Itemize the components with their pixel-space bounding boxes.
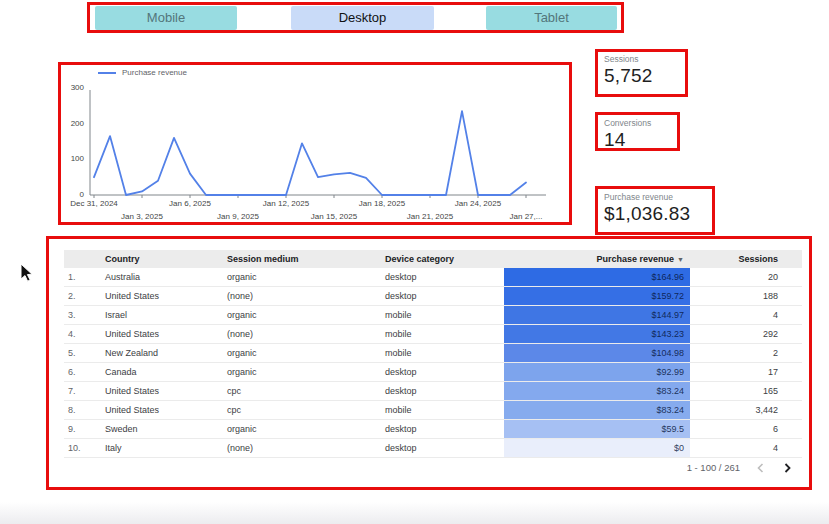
row-index: 10. [68, 439, 94, 457]
col-header-session-medium[interactable]: Session medium [227, 250, 299, 268]
cell-purchase-revenue: $0 [504, 439, 690, 457]
legend-label: Purchase revenue [122, 68, 187, 77]
cell-country: Australia [105, 268, 140, 286]
x-axis-label: Jan 27,... [481, 212, 571, 221]
x-axis-label: Jan 6, 2025 [145, 199, 235, 208]
cell-purchase-revenue: $143.23 [504, 325, 690, 343]
x-axis-label: Jan 15, 2025 [289, 212, 379, 221]
chart-legend: Purchase revenue [98, 68, 187, 77]
cell-sessions: 165 [763, 382, 778, 400]
cell-device-category: mobile [385, 306, 412, 324]
scorecard-value: $1,036.83 [604, 203, 690, 225]
col-header-country[interactable]: Country [105, 250, 140, 268]
mouse-cursor-icon [20, 263, 34, 283]
col-header-purchase-revenue[interactable]: Purchase revenue▼ [504, 250, 684, 269]
pagination-prev-icon[interactable] [754, 461, 768, 475]
cell-purchase-revenue: $144.97 [504, 306, 690, 324]
x-axis-label: Dec 31, 2024 [49, 199, 139, 208]
scorecard-purchase-revenue: Purchase revenue $1,036.83 [604, 192, 690, 225]
scorecard-sessions: Sessions 5,752 [604, 54, 653, 87]
cell-session-medium: (none) [227, 287, 253, 305]
table-row[interactable]: 7. United States cpc desktop $83.24 165 [64, 382, 802, 401]
cell-country: Sweden [105, 420, 138, 438]
table-header-row: Country Session medium Device category P… [64, 250, 802, 268]
line-plot[interactable] [86, 88, 556, 203]
table-row[interactable]: 9. Sweden organic desktop $59.5 6 [64, 420, 802, 439]
y-axis-label: 200 [58, 119, 84, 128]
table-row[interactable]: 4. United States (none) mobile $143.23 2… [64, 325, 802, 344]
cell-device-category: desktop [385, 287, 417, 305]
table-row[interactable]: 1. Australia organic desktop $164.96 20 [64, 268, 802, 287]
table-row[interactable]: 8. United States cpc mobile $83.24 3,442 [64, 401, 802, 420]
scorecard-label: Sessions [604, 54, 653, 64]
cell-purchase-revenue: $83.24 [504, 401, 690, 419]
row-index: 7. [68, 382, 94, 400]
cell-session-medium: organic [227, 268, 257, 286]
cell-session-medium: organic [227, 306, 257, 324]
table-row[interactable]: 3. Israel organic mobile $144.97 4 [64, 306, 802, 325]
cell-sessions: 6 [773, 420, 778, 438]
table-row[interactable]: 6. Canada organic desktop $92.99 17 [64, 363, 802, 382]
cell-sessions: 17 [768, 363, 778, 381]
cell-device-category: desktop [385, 268, 417, 286]
col-header-sessions[interactable]: Sessions [738, 250, 778, 268]
table-body: 1. Australia organic desktop $164.96 20 … [64, 268, 802, 458]
cell-purchase-revenue: $92.99 [504, 363, 690, 381]
cell-sessions: 4 [773, 306, 778, 324]
cell-device-category: desktop [385, 382, 417, 400]
filter-button-mobile[interactable]: Mobile [95, 6, 237, 30]
row-index: 2. [68, 287, 94, 305]
row-index: 5. [68, 344, 94, 362]
scorecard-value: 5,752 [604, 65, 653, 87]
cell-device-category: mobile [385, 344, 412, 362]
table-row[interactable]: 10. Italy (none) desktop $0 4 [64, 439, 802, 458]
table-row[interactable]: 2. United States (none) desktop $159.72 … [64, 287, 802, 306]
x-axis-label: Jan 9, 2025 [193, 212, 283, 221]
x-axis-label: Jan 21, 2025 [385, 212, 475, 221]
breakdown-table: Country Session medium Device category P… [64, 250, 802, 478]
cell-device-category: desktop [385, 363, 417, 381]
cell-sessions: 4 [773, 439, 778, 457]
scorecard-value: 14 [604, 129, 651, 151]
scorecard-label: Conversions [604, 118, 651, 128]
pagination-next-icon[interactable] [780, 461, 794, 475]
table-pagination: 1 - 100 / 261 [64, 458, 802, 478]
y-axis-label: 0 [58, 190, 84, 199]
cell-session-medium: cpc [227, 382, 241, 400]
dashboard-canvas: Mobile Desktop Tablet Purchase revenue 3… [0, 0, 829, 524]
x-axis-label: Jan 24, 2025 [433, 199, 523, 208]
y-axis-label: 300 [58, 83, 84, 92]
cell-country: Canada [105, 363, 137, 381]
bottom-gutter [0, 502, 829, 524]
row-index: 9. [68, 420, 94, 438]
cell-session-medium: (none) [227, 439, 253, 457]
row-index: 1. [68, 268, 94, 286]
purchase-revenue-chart: Purchase revenue 3002001000 Dec 31, 2024… [58, 63, 572, 225]
cell-purchase-revenue: $59.5 [504, 420, 690, 438]
filter-button-desktop[interactable]: Desktop [291, 6, 434, 30]
table-row[interactable]: 5. New Zealand organic mobile $104.98 2 [64, 344, 802, 363]
cell-country: Italy [105, 439, 122, 457]
cell-sessions: 188 [763, 287, 778, 305]
x-axis-label: Jan 3, 2025 [97, 212, 187, 221]
sort-desc-icon: ▼ [677, 256, 684, 263]
cell-country: United States [105, 287, 159, 305]
row-index: 3. [68, 306, 94, 324]
cell-purchase-revenue: $104.98 [504, 344, 690, 362]
cell-purchase-revenue: $164.96 [504, 268, 690, 286]
cell-country: Israel [105, 306, 127, 324]
x-axis-label: Jan 18, 2025 [337, 199, 427, 208]
cell-country: United States [105, 401, 159, 419]
scorecard-conversions: Conversions 14 [604, 118, 651, 151]
row-index: 4. [68, 325, 94, 343]
scorecard-label: Purchase revenue [604, 192, 690, 202]
cell-session-medium: cpc [227, 401, 241, 419]
row-index: 6. [68, 363, 94, 381]
cell-purchase-revenue: $83.24 [504, 382, 690, 400]
cell-device-category: desktop [385, 439, 417, 457]
legend-line-icon [98, 72, 116, 74]
filter-button-tablet[interactable]: Tablet [486, 6, 617, 30]
col-header-device-category[interactable]: Device category [385, 250, 454, 268]
x-axis-label: Jan 12, 2025 [241, 199, 331, 208]
cell-purchase-revenue: $159.72 [504, 287, 690, 305]
